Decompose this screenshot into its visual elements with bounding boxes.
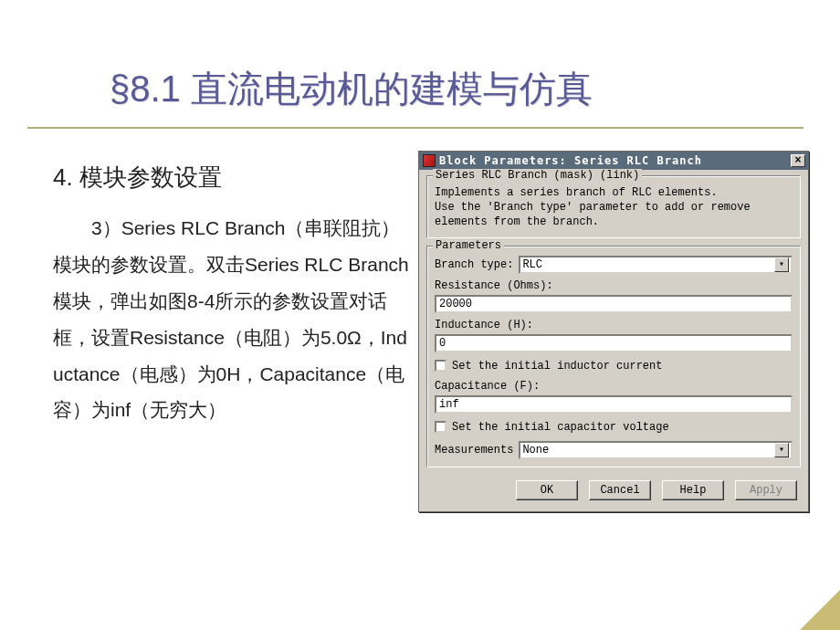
apply-button[interactable]: Apply: [735, 480, 797, 500]
chevron-down-icon[interactable]: ▾: [774, 443, 789, 457]
chevron-down-icon[interactable]: ▾: [774, 257, 789, 272]
capacitor-voltage-row[interactable]: Set the initial capacitor voltage: [435, 421, 793, 434]
title-area: §8.1 直流电动机的建模与仿真: [27, 37, 803, 129]
ok-button[interactable]: OK: [516, 480, 578, 500]
resistance-input[interactable]: [435, 295, 793, 313]
description-legend: Series RLC Branch (mask) (link): [433, 169, 642, 182]
help-button[interactable]: Help: [662, 480, 724, 500]
branch-type-label: Branch type:: [435, 258, 513, 271]
capacitor-voltage-checkbox[interactable]: [435, 421, 446, 433]
dialog-titlebar[interactable]: Block Parameters: Series RLC Branch ×: [419, 152, 808, 170]
inductor-current-label: Set the initial inductor current: [452, 360, 662, 373]
parameters-legend: Parameters: [433, 239, 504, 252]
capacitor-voltage-label: Set the initial capacitor voltage: [452, 421, 669, 434]
body-paragraph: 3）Series RLC Branch（串联阻抗）模块的参数设置。双击Serie…: [53, 210, 409, 428]
matlab-icon: [423, 154, 436, 167]
corner-decoration: [800, 590, 840, 630]
slide: §8.1 直流电动机的建模与仿真 4. 模块参数设置 3）Series RLC …: [0, 0, 840, 630]
inductance-input[interactable]: [435, 334, 793, 352]
inductor-current-row[interactable]: Set the initial inductor current: [435, 360, 793, 373]
measurements-value: None: [522, 444, 549, 457]
content-area: 4. 模块参数设置 3）Series RLC Branch（串联阻抗）模块的参数…: [53, 162, 803, 428]
description-group: Series RLC Branch (mask) (link) Implemen…: [426, 175, 801, 238]
parameters-group: Parameters Branch type: RLC ▾ Resistance…: [426, 246, 801, 467]
inductance-label: Inductance (H):: [435, 319, 793, 331]
inductor-current-checkbox[interactable]: [435, 360, 446, 372]
close-button[interactable]: ×: [791, 154, 805, 167]
slide-title: §8.1 直流电动机的建模与仿真: [110, 64, 767, 114]
description-text: Implements a series branch of RLC elemen…: [435, 185, 793, 230]
cancel-button[interactable]: Cancel: [589, 480, 651, 500]
measurements-row: Measurements None ▾: [435, 441, 793, 459]
block-parameters-dialog: Block Parameters: Series RLC Branch × Se…: [418, 151, 809, 512]
resistance-label: Resistance (Ohms):: [435, 279, 793, 292]
capacitance-input[interactable]: [435, 395, 793, 414]
dialog-button-row: OK Cancel Help Apply: [426, 475, 801, 504]
branch-type-row: Branch type: RLC ▾: [435, 256, 793, 274]
dialog-title: Block Parameters: Series RLC Branch: [439, 154, 791, 167]
capacitance-label: Capacitance (F):: [435, 380, 793, 393]
branch-type-value: RLC: [522, 258, 542, 271]
measurements-select[interactable]: None ▾: [519, 441, 793, 459]
measurements-label: Measurements: [435, 444, 513, 457]
dialog-body: Series RLC Branch (mask) (link) Implemen…: [419, 170, 808, 511]
branch-type-select[interactable]: RLC ▾: [519, 256, 793, 274]
